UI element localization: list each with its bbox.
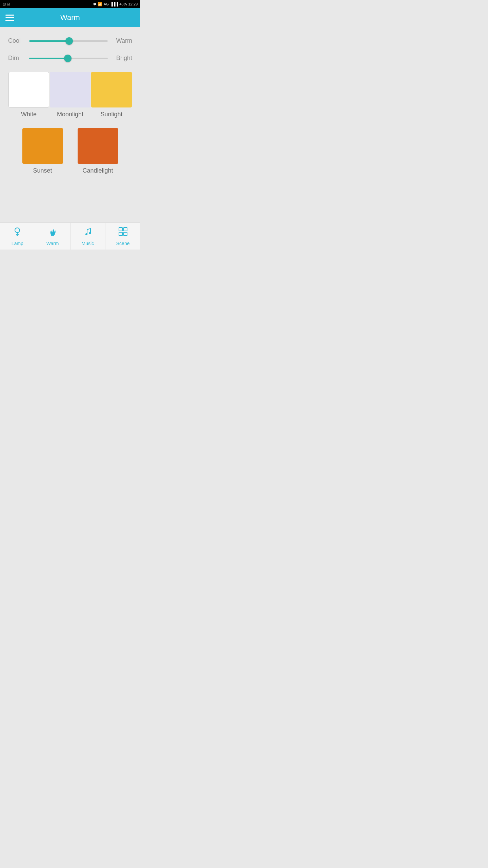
temperature-slider-row: Cool Warm bbox=[8, 37, 132, 44]
sunlight-label: Sunlight bbox=[100, 111, 122, 118]
temperature-slider[interactable] bbox=[29, 40, 108, 42]
slider-section: Cool Warm Dim Bright bbox=[8, 37, 132, 62]
preset-white[interactable]: White bbox=[8, 72, 49, 118]
main-content: Cool Warm Dim Bright White Moonlight Sun… bbox=[0, 27, 140, 222]
nav-warm[interactable]: Warm bbox=[35, 223, 70, 250]
moonlight-swatch bbox=[50, 72, 90, 107]
status-left: ⊡ ☑ bbox=[3, 2, 10, 6]
dim-label: Dim bbox=[8, 55, 25, 62]
svg-rect-9 bbox=[124, 232, 127, 236]
menu-button[interactable] bbox=[5, 15, 14, 21]
nav-scene[interactable]: Scene bbox=[105, 223, 140, 250]
battery-label: 48% bbox=[119, 2, 127, 6]
scene-nav-label: Scene bbox=[116, 241, 130, 246]
cool-label: Cool bbox=[8, 37, 25, 44]
sunset-swatch bbox=[22, 128, 63, 164]
app-header: Warm bbox=[0, 8, 140, 27]
white-label: White bbox=[21, 111, 37, 118]
preset-sunlight[interactable]: Sunlight bbox=[91, 72, 132, 118]
svg-point-4 bbox=[85, 233, 87, 235]
warm-nav-label: Warm bbox=[46, 241, 59, 246]
brightness-slider[interactable] bbox=[29, 58, 108, 59]
bluetooth-icon: ✱ bbox=[93, 2, 96, 6]
sunlight-swatch bbox=[91, 72, 132, 107]
nav-lamp[interactable]: Lamp bbox=[0, 223, 35, 250]
network-label: 4G bbox=[104, 2, 109, 6]
scene-icon bbox=[118, 226, 128, 239]
nav-music[interactable]: Music bbox=[70, 223, 106, 250]
brightness-slider-container bbox=[29, 55, 108, 62]
wifi-icon: 📶 bbox=[98, 2, 102, 6]
signal-icon: ▐▐▐ bbox=[110, 2, 118, 6]
lamp-icon bbox=[12, 226, 23, 239]
status-bar: ⊡ ☑ ✱ 📶 4G ▐▐▐ 48% 12:29 bbox=[0, 0, 140, 8]
svg-point-5 bbox=[89, 232, 91, 234]
page-title: Warm bbox=[60, 13, 80, 22]
white-swatch bbox=[8, 72, 49, 107]
preset-moonlight[interactable]: Moonlight bbox=[50, 72, 90, 118]
svg-rect-8 bbox=[119, 232, 122, 236]
time-label: 12:29 bbox=[128, 2, 138, 6]
presets-row-2: Sunset Candlelight bbox=[8, 128, 132, 174]
brightness-slider-row: Dim Bright bbox=[8, 55, 132, 62]
status-right: ✱ 📶 4G ▐▐▐ 48% 12:29 bbox=[93, 2, 138, 6]
presets-row-1: White Moonlight Sunlight bbox=[8, 72, 132, 118]
svg-rect-6 bbox=[119, 228, 122, 231]
status-icons: ⊡ ☑ bbox=[3, 2, 10, 6]
lamp-nav-label: Lamp bbox=[12, 241, 23, 246]
temperature-slider-container bbox=[29, 38, 108, 44]
music-nav-label: Music bbox=[82, 241, 94, 246]
svg-point-0 bbox=[15, 228, 20, 233]
candlelight-swatch bbox=[78, 128, 118, 164]
bottom-nav: Lamp Warm Music Scene bbox=[0, 222, 140, 250]
warm-icon bbox=[47, 226, 58, 239]
music-icon bbox=[82, 226, 93, 239]
warm-label: Warm bbox=[112, 37, 132, 44]
preset-sunset[interactable]: Sunset bbox=[22, 128, 63, 174]
preset-candlelight[interactable]: Candlelight bbox=[78, 128, 118, 174]
bright-label: Bright bbox=[112, 55, 132, 62]
moonlight-label: Moonlight bbox=[57, 111, 83, 118]
svg-rect-7 bbox=[124, 228, 127, 231]
candlelight-label: Candlelight bbox=[82, 167, 113, 174]
sunset-label: Sunset bbox=[33, 167, 52, 174]
